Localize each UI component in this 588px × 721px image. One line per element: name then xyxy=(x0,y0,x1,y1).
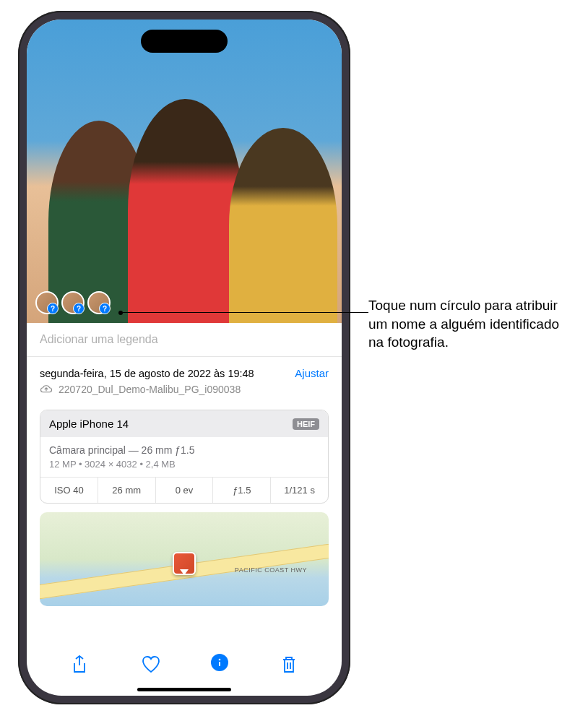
svg-rect-1 xyxy=(219,662,220,666)
date-row: segunda-feira, 15 de agosto de 2022 às 1… xyxy=(27,357,342,384)
map-preview[interactable]: PACIFIC COAST HWY xyxy=(40,512,329,606)
map-road-label: PACIFIC COAST HWY xyxy=(235,566,307,574)
callout-text: Toque num círculo para atribuir um nome … xyxy=(368,296,571,352)
exif-shutter: 1/121 s xyxy=(271,478,328,503)
favorite-button[interactable] xyxy=(140,654,162,675)
map-pin xyxy=(173,552,196,575)
share-button[interactable] xyxy=(69,654,90,675)
specs-info: 12 MP • 3024 × 4032 • 2,4 MB xyxy=(49,459,319,470)
callout-leader-line xyxy=(121,312,368,313)
format-badge: HEIF xyxy=(293,418,319,430)
exif-focal: 26 mm xyxy=(98,478,156,503)
exif-ev: 0 ev xyxy=(156,478,214,503)
caption-placeholder: Adicionar uma legenda xyxy=(40,333,158,345)
face-circle[interactable] xyxy=(87,291,111,314)
exif-aperture: ƒ1.5 xyxy=(213,478,271,503)
caption-field[interactable]: Adicionar uma legenda xyxy=(27,323,342,357)
phone-frame: Adicionar uma legenda segunda-feira, 15 … xyxy=(18,11,350,704)
exif-row: ISO 40 26 mm 0 ev ƒ1.5 1/121 s xyxy=(40,477,328,503)
info-button[interactable] xyxy=(211,654,228,671)
exif-iso: ISO 40 xyxy=(40,478,98,503)
adjust-button[interactable]: Ajustar xyxy=(295,367,329,379)
filename-text: 220720_Dul_Demo-Malibu_PG_i090038 xyxy=(59,384,241,395)
device-name: Apple iPhone 14 xyxy=(49,418,129,430)
cloud-icon xyxy=(40,384,53,394)
photo-subject xyxy=(128,99,243,323)
face-circle[interactable] xyxy=(61,291,85,314)
lens-info: Câmara principal — 26 mm ƒ1.5 xyxy=(49,444,319,456)
camera-body: Câmara principal — 26 mm ƒ1.5 12 MP • 30… xyxy=(40,437,328,477)
date-text: segunda-feira, 15 de agosto de 2022 às 1… xyxy=(40,368,254,379)
phone-screen: Adicionar uma legenda segunda-feira, 15 … xyxy=(27,20,342,696)
home-indicator[interactable] xyxy=(137,688,231,691)
dynamic-island xyxy=(141,30,228,53)
filename-row: 220720_Dul_Demo-Malibu_PG_i090038 xyxy=(27,384,342,405)
photo-subject xyxy=(229,128,337,323)
photo-preview[interactable] xyxy=(27,20,342,323)
camera-header: Apple iPhone 14 HEIF xyxy=(40,410,328,437)
camera-info-card: Apple iPhone 14 HEIF Câmara principal — … xyxy=(40,410,329,504)
face-circle[interactable] xyxy=(35,291,59,314)
delete-button[interactable] xyxy=(278,654,300,675)
face-circles-row xyxy=(35,291,111,314)
svg-point-0 xyxy=(219,659,221,661)
bottom-toolbar xyxy=(27,647,342,683)
